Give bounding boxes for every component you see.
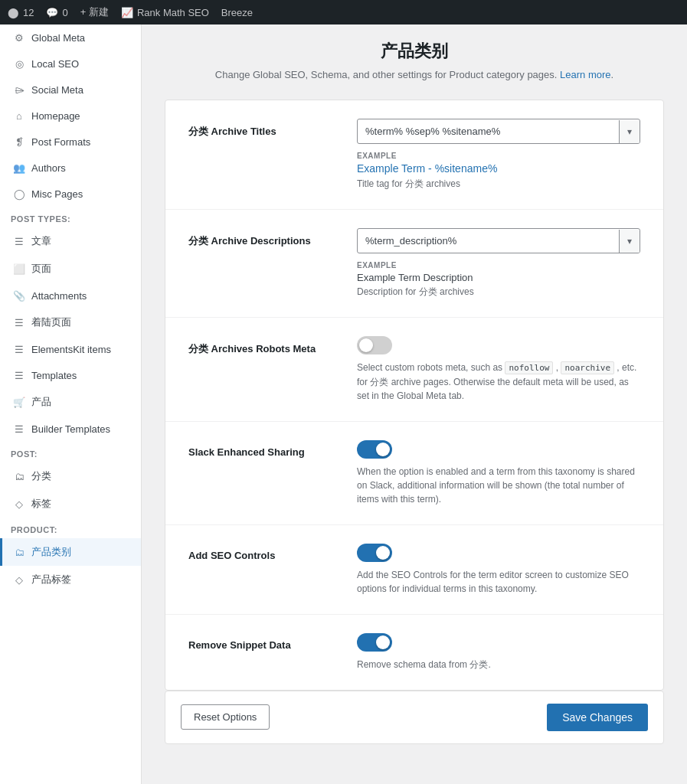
toggle-wrapper-snippet	[357, 633, 640, 652]
robots-meta-toggle[interactable]	[357, 336, 392, 354]
sidebar-label: 分类	[31, 469, 51, 483]
archive-titles-dropdown-btn[interactable]: ▾	[619, 120, 640, 143]
sidebar-label: 页面	[31, 262, 51, 276]
sidebar-label: Misc Pages	[31, 188, 83, 200]
snippet-toggle[interactable]	[357, 633, 392, 652]
templates-icon: ☰	[13, 369, 25, 381]
footer-actions: Reset Options Save Changes	[165, 691, 664, 744]
setting-label-slack: Slack Enhanced Sharing	[188, 440, 357, 458]
setting-row-robots-meta: 分类 Archives Robots Meta Select custom ro…	[165, 318, 663, 422]
archive-desc-dropdown-btn[interactable]: ▾	[619, 230, 640, 253]
setting-control-slack: When the option is enabled and a term fr…	[357, 440, 640, 506]
sidebar-item-product-tag[interactable]: ◇ 产品标签	[0, 566, 141, 593]
sidebar-label: 着陆页面	[31, 315, 71, 329]
learn-more-link[interactable]: Learn more	[560, 69, 610, 80]
page-header: 产品类别 Change Global SEO, Schema, and othe…	[165, 40, 664, 80]
admin-bar: ⬤ 12 💬 0 + 新建 📈 Rank Math SEO Breeze	[0, 0, 687, 24]
product-category-icon: 🗂	[13, 546, 25, 558]
sidebar-label: ElementsKit items	[31, 344, 111, 355]
settings-card: 分类 Archive Titles ▾ EXAMPLE Example Term…	[165, 100, 664, 691]
breeze-item[interactable]: Breeze	[221, 7, 253, 18]
site-count: 12	[23, 7, 34, 18]
toggle-knob	[359, 338, 373, 352]
attachment-icon: 📎	[13, 289, 25, 302]
rank-math-icon: 📈	[121, 7, 133, 18]
seo-controls-toggle[interactable]	[357, 544, 392, 562]
sidebar-item-elementskit[interactable]: ☰ ElementsKit items	[0, 336, 141, 362]
sidebar-label: 产品类别	[31, 545, 71, 559]
post-formats-icon: ❡	[13, 136, 25, 148]
example-desc-2: Description for 分类 archives	[357, 286, 640, 299]
rank-math-item[interactable]: 📈 Rank Math SEO	[121, 7, 209, 18]
setting-row-snippet: Remove Snippet Data Remove schema data f…	[165, 615, 663, 690]
page-title: 产品类别	[165, 40, 664, 63]
setting-label-archive-titles: 分类 Archive Titles	[188, 119, 357, 139]
sidebar-item-social-meta[interactable]: ⌲ Social Meta	[0, 77, 141, 103]
toggle-wrapper-slack	[357, 440, 640, 459]
sidebar-item-fenlei[interactable]: 🗂 分类	[0, 462, 141, 490]
sidebar-item-product-category[interactable]: 🗂 产品类别	[0, 538, 141, 566]
sidebar-item-global-meta[interactable]: ⚙ Global Meta	[0, 24, 141, 51]
sidebar-item-chanpin[interactable]: 🛒 产品	[0, 388, 141, 416]
example-desc-1: Title tag for 分类 archives	[357, 178, 640, 191]
sidebar-item-post-formats[interactable]: ❡ Post Formats	[0, 129, 141, 155]
example-value-2: Example Term Description	[357, 272, 640, 283]
elementskit-icon: ☰	[13, 343, 25, 355]
sidebar-label: 产品	[31, 395, 51, 409]
archive-titles-input[interactable]	[358, 119, 619, 143]
sidebar-item-biaoqian[interactable]: ◇ 标签	[0, 490, 141, 518]
reset-button[interactable]: Reset Options	[181, 704, 270, 730]
sidebar-item-attachments[interactable]: 📎 Attachments	[0, 283, 141, 309]
seo-controls-description: Add the SEO Controls for the term editor…	[357, 568, 640, 596]
sidebar-label: 标签	[31, 497, 51, 511]
chevron-down-icon: ▾	[627, 236, 632, 247]
breeze-label: Breeze	[221, 7, 253, 18]
archive-desc-input-wrapper: ▾	[357, 228, 640, 253]
location-icon: ◎	[13, 57, 25, 70]
sidebar-item-templates[interactable]: ☰ Templates	[0, 362, 141, 388]
sidebar-label: Attachments	[31, 290, 87, 302]
category-icon: 🗂	[13, 470, 25, 482]
rank-math-label: Rank Math SEO	[137, 7, 209, 18]
setting-control-robots-meta: Select custom robots meta, such as nofol…	[357, 336, 640, 403]
archive-titles-input-wrapper: ▾	[357, 119, 640, 144]
sidebar-item-authors[interactable]: 👥 Authors	[0, 155, 141, 181]
sidebar-item-landing[interactable]: ☰ 着陆页面	[0, 309, 141, 336]
comments-item[interactable]: 💬 0	[46, 7, 67, 18]
misc-icon: ◯	[13, 188, 25, 200]
wordpress-icon: ⬤	[8, 7, 19, 18]
social-icon: ⌲	[13, 83, 25, 96]
sidebar-item-local-seo[interactable]: ◎ Local SEO	[0, 51, 141, 77]
setting-row-archive-titles: 分类 Archive Titles ▾ EXAMPLE Example Term…	[165, 100, 663, 210]
sidebar-item-yemian[interactable]: ⬜ 页面	[0, 255, 141, 283]
product-icon: 🛒	[13, 396, 25, 408]
page-icon: ⬜	[13, 263, 25, 275]
setting-row-slack: Slack Enhanced Sharing When the option i…	[165, 422, 663, 525]
sidebar-label: Authors	[31, 162, 66, 174]
toggle-knob	[376, 546, 390, 560]
setting-label-snippet: Remove Snippet Data	[188, 633, 357, 651]
new-item[interactable]: + 新建	[80, 5, 109, 19]
toggle-knob	[376, 635, 390, 649]
landing-icon: ☰	[13, 316, 25, 328]
sidebar-item-builder-templates[interactable]: ☰ Builder Templates	[0, 416, 141, 442]
gear-icon: ⚙	[13, 31, 25, 44]
save-button[interactable]: Save Changes	[547, 704, 648, 731]
sidebar-item-misc-pages[interactable]: ◯ Misc Pages	[0, 181, 141, 207]
sidebar-label: Local SEO	[31, 58, 79, 70]
home-icon: ⌂	[13, 109, 25, 122]
snippet-description: Remove schema data from 分类.	[357, 658, 640, 671]
chevron-down-icon: ▾	[627, 126, 632, 137]
slack-toggle[interactable]	[357, 440, 392, 459]
setting-label-seo-controls: Add SEO Controls	[188, 544, 357, 561]
product-tag-icon: ◇	[13, 573, 25, 586]
slack-description: When the option is enabled and a term fr…	[357, 465, 640, 506]
setting-control-seo-controls: Add the SEO Controls for the term editor…	[357, 544, 640, 596]
setting-label-archive-descriptions: 分类 Archive Descriptions	[188, 228, 357, 248]
sidebar-item-homepage[interactable]: ⌂ Homepage	[0, 103, 141, 129]
sidebar-item-wenzhang[interactable]: ☰ 文章	[0, 227, 141, 255]
admin-logo[interactable]: ⬤ 12	[8, 7, 34, 18]
archive-desc-input[interactable]	[358, 229, 619, 253]
robots-meta-description: Select custom robots meta, such as nofol…	[357, 361, 640, 403]
sidebar-label: 产品标签	[31, 573, 71, 586]
